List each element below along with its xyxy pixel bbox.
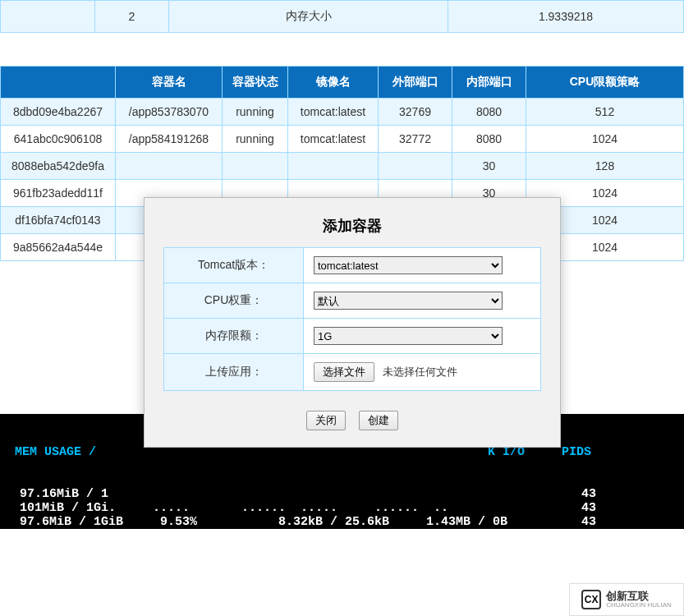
cell-status — [223, 153, 288, 180]
summary-row: 2 内存大小 1.9339218 — [1, 1, 684, 33]
logo-sub: CHUANGXIN HULIAN — [606, 601, 672, 609]
col-cpu: CPU限额策略 — [526, 67, 684, 99]
table-row[interactable]: 641abc0c906108/app584191268runningtomcat… — [1, 126, 684, 153]
cell-cpu: 1024 — [526, 126, 684, 153]
logo-mark-icon: CX — [581, 590, 601, 609]
col-image: 镜像名 — [288, 67, 379, 99]
cpu-weight-select[interactable]: 默认 — [314, 292, 503, 310]
label-mem: 内存限额： — [164, 319, 304, 354]
label-upload: 上传应用： — [164, 354, 304, 391]
cell-id: 8dbd09e4ba2267 — [1, 99, 116, 126]
mem-label-cell: 内存大小 — [169, 1, 448, 33]
cell-status: running — [223, 99, 288, 126]
cell-id: 961fb23adedd11f — [1, 180, 116, 207]
modal-title: 添加容器 — [145, 198, 560, 247]
close-button[interactable]: 关闭 — [306, 411, 346, 430]
cell-image: tomcat:latest — [288, 126, 379, 153]
mem-value-cell: 1.9339218 — [448, 1, 684, 33]
col-id — [1, 67, 116, 99]
table-row[interactable]: 8088eba542de9fa30128 — [1, 153, 684, 180]
col-int-port: 内部端口 — [452, 67, 526, 99]
create-button[interactable]: 创建 — [359, 411, 398, 430]
modal-form: Tomcat版本： tomcat:latest CPU权重： 默认 内存限额： … — [163, 247, 541, 391]
cell-name: /app584191268 — [116, 126, 223, 153]
cell-int_port: 8080 — [452, 99, 526, 126]
cell-id: df16bfa74cf0143 — [1, 207, 116, 234]
terminal-line: 101MiB / 1Gi. ..... ...... ..... ...... … — [0, 501, 684, 515]
cell-image — [288, 153, 379, 180]
summary-table: 2 内存大小 1.9339218 — [0, 0, 684, 33]
col-ext-port: 外部端口 — [379, 67, 452, 99]
cell-image: tomcat:latest — [288, 99, 379, 126]
cell-cpu: 128 — [526, 153, 684, 180]
cell-ext_port: 32772 — [379, 126, 452, 153]
choose-file-button[interactable]: 选择文件 — [314, 362, 374, 382]
label-cpu: CPU权重： — [164, 283, 304, 319]
cell-int_port: 30 — [452, 153, 526, 180]
cell-ext_port: 32769 — [379, 99, 452, 126]
terminal-line: 97.16MiB / 1 43 — [0, 487, 684, 501]
memory-limit-select[interactable]: 1G — [314, 327, 503, 345]
cell-int_port: 8080 — [452, 126, 526, 153]
col-name: 容器名 — [116, 67, 223, 99]
cell-name — [116, 153, 223, 180]
cpu-count-cell: 2 — [95, 1, 169, 33]
table-header-row: 容器名 容器状态 镜像名 外部端口 内部端口 CPU限额策略 — [1, 67, 684, 99]
col-status: 容器状态 — [223, 67, 288, 99]
cell-name: /app853783070 — [116, 99, 223, 126]
tomcat-version-select[interactable]: tomcat:latest — [314, 256, 503, 274]
cell-id: 9a85662a4a544e — [1, 234, 116, 261]
logo-brand: 创新互联 — [606, 591, 672, 601]
file-status-text: 未选择任何文件 — [383, 365, 457, 378]
cell-id: 641abc0c906108 — [1, 126, 116, 153]
add-container-modal: 添加容器 Tomcat版本： tomcat:latest CPU权重： 默认 内… — [144, 197, 561, 448]
brand-logo: CX 创新互联 CHUANGXIN HULIAN — [569, 583, 684, 616]
table-row[interactable]: 8dbd09e4ba2267/app853783070runningtomcat… — [1, 99, 684, 126]
cell-ext_port — [379, 153, 452, 180]
cell-id: 8088eba542de9fa — [1, 153, 116, 180]
cell-status: running — [223, 126, 288, 153]
terminal-line: 97.6MiB / 1GiB 9.53% 8.32kB / 25.6kB 1.4… — [0, 515, 684, 529]
cell-cpu: 512 — [526, 99, 684, 126]
label-tomcat: Tomcat版本： — [164, 248, 304, 283]
